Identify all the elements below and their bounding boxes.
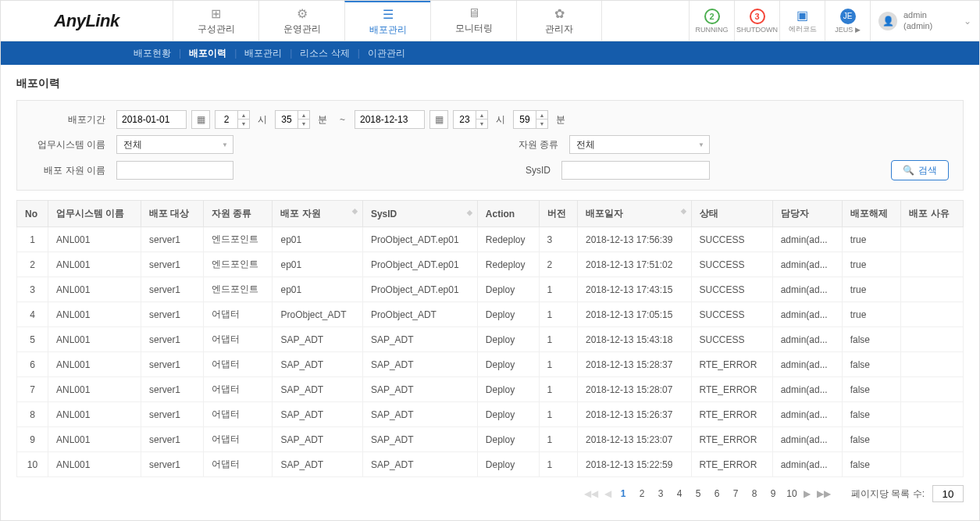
subnav-이관관리[interactable]: 이관관리 xyxy=(360,47,413,60)
cell-status: SUCCESS xyxy=(691,252,772,277)
page-1[interactable]: 1 xyxy=(616,488,630,499)
user-menu[interactable]: 👤 admin (admin) ⌄ xyxy=(870,1,979,41)
jeus-icon: JE xyxy=(840,9,856,24)
col-배포 자원[interactable]: 배포 자원◆ xyxy=(273,201,362,227)
cell-ver: 1 xyxy=(539,402,577,427)
spin-down-icon[interactable]: ▼ xyxy=(238,120,249,128)
user-avatar-icon: 👤 xyxy=(878,12,897,30)
cell-release: false xyxy=(842,377,901,402)
nav-label: 관리자 xyxy=(545,23,573,36)
cell-user: admin(ad... xyxy=(772,452,842,477)
cell-date: 2018-12-13 17:43:15 xyxy=(578,277,692,302)
cell-biz: ANL001 xyxy=(48,352,141,377)
spin-down-icon[interactable]: ▼ xyxy=(536,120,547,128)
spin-up-icon[interactable]: ▲ xyxy=(536,111,547,120)
page-4[interactable]: 4 xyxy=(672,488,686,499)
cell-no: 8 xyxy=(17,402,48,427)
cell-date: 2018-12-13 15:28:07 xyxy=(578,377,692,402)
cell-reason xyxy=(901,302,964,327)
per-page-input[interactable] xyxy=(932,485,964,502)
cell-sysid: SAP_ADT xyxy=(362,377,477,402)
topnav-관리자[interactable]: ✿관리자 xyxy=(516,1,602,41)
table-row[interactable]: 5ANL001server1어댑터SAP_ADTSAP_ADTDeploy120… xyxy=(17,327,964,352)
cell-sysid: SAP_ADT xyxy=(362,427,477,452)
cell-sysid: SAP_ADT xyxy=(362,452,477,477)
status-running[interactable]: 2 RUNNING xyxy=(689,1,734,41)
search-button[interactable]: 🔍 검색 xyxy=(891,160,949,180)
res-type-select[interactable]: 전체 xyxy=(569,135,710,154)
pager-last-icon[interactable]: ▶▶ xyxy=(815,488,832,499)
res-name-input[interactable] xyxy=(116,161,233,180)
from-calendar-icon[interactable]: ▦ xyxy=(191,110,210,129)
pager-next-icon[interactable]: ▶ xyxy=(802,488,812,499)
page-3[interactable]: 3 xyxy=(654,488,668,499)
pager-first-icon[interactable]: ◀◀ xyxy=(583,488,600,499)
to-calendar-icon[interactable]: ▦ xyxy=(429,110,448,129)
status-jeus[interactable]: JE JEUS ▶ xyxy=(825,1,870,41)
cell-user: admin(ad... xyxy=(772,252,842,277)
topnav-운영관리[interactable]: ⚙운영관리 xyxy=(258,1,344,41)
nav-label: 구성관리 xyxy=(198,23,235,36)
cell-status: RTE_ERROR xyxy=(691,377,772,402)
table-row[interactable]: 4ANL001server1어댑터ProObject_ADTProObject_… xyxy=(17,302,964,327)
subnav-배포관리[interactable]: 배포관리 xyxy=(237,47,290,60)
spin-down-icon[interactable]: ▼ xyxy=(298,120,309,128)
subnav: 배포현황|배포이력|배포관리|리소스 삭제|이관관리 xyxy=(1,41,979,65)
table-row[interactable]: 8ANL001server1어댑터SAP_ADTSAP_ADTDeploy120… xyxy=(17,402,964,427)
table-row[interactable]: 10ANL001server1어댑터SAP_ADTSAP_ADTDeploy12… xyxy=(17,452,964,477)
cell-release: false xyxy=(842,352,901,377)
from-min-input[interactable] xyxy=(275,110,298,129)
to-date-input[interactable] xyxy=(355,110,425,129)
spin-up-icon[interactable]: ▲ xyxy=(238,111,249,120)
cell-res: ProObject_ADT xyxy=(273,302,362,327)
cell-status: RTE_ERROR xyxy=(691,402,772,427)
cell-ver: 1 xyxy=(539,302,577,327)
topnav-배포관리[interactable]: ☰배포관리 xyxy=(344,1,430,41)
cell-action: Deploy xyxy=(477,277,539,302)
topnav-구성관리[interactable]: ⊞구성관리 xyxy=(173,1,258,41)
col-담당자: 담당자 xyxy=(772,201,842,227)
page-7[interactable]: 7 xyxy=(729,488,743,499)
col-배포일자[interactable]: 배포일자◆ xyxy=(578,201,692,227)
nav-label: 배포관리 xyxy=(369,23,407,37)
page-5[interactable]: 5 xyxy=(691,488,705,499)
biz-select[interactable]: 전체 xyxy=(116,135,233,154)
to-hour-input[interactable] xyxy=(453,110,476,129)
page-6[interactable]: 6 xyxy=(710,488,724,499)
status-errorcode[interactable]: ▣ 에러코드 xyxy=(779,1,825,41)
page-8[interactable]: 8 xyxy=(747,488,761,499)
status-shutdown[interactable]: 3 SHUTDOWN xyxy=(734,1,779,41)
from-hour-input[interactable] xyxy=(215,110,238,129)
subnav-배포이력[interactable]: 배포이력 xyxy=(181,47,234,60)
spin-down-icon[interactable]: ▼ xyxy=(476,120,487,128)
table-row[interactable]: 2ANL001server1엔드포인트ep01ProObject_ADT.ep0… xyxy=(17,252,964,277)
sysid-input[interactable] xyxy=(561,161,710,180)
cell-target: server1 xyxy=(141,452,203,477)
spin-up-icon[interactable]: ▲ xyxy=(476,111,487,120)
table-row[interactable]: 3ANL001server1엔드포인트ep01ProObject_ADT.ep0… xyxy=(17,277,964,302)
table-row[interactable]: 9ANL001server1어댑터SAP_ADTSAP_ADTDeploy120… xyxy=(17,427,964,452)
table-row[interactable]: 1ANL001server1엔드포인트ep01ProObject_ADT.ep0… xyxy=(17,227,964,252)
table-row[interactable]: 6ANL001server1어댑터SAP_ADTSAP_ADTDeploy120… xyxy=(17,352,964,377)
cell-ver: 1 xyxy=(539,352,577,377)
col-SysID[interactable]: SysID◆ xyxy=(362,201,477,227)
subnav-배포현황[interactable]: 배포현황 xyxy=(126,47,179,60)
pager-prev-icon[interactable]: ◀ xyxy=(603,488,613,499)
cell-no: 4 xyxy=(17,302,48,327)
subnav-리소스 삭제[interactable]: 리소스 삭제 xyxy=(292,47,357,60)
page-9[interactable]: 9 xyxy=(766,488,780,499)
cell-no: 2 xyxy=(17,252,48,277)
cell-ver: 1 xyxy=(539,377,577,402)
spin-up-icon[interactable]: ▲ xyxy=(298,111,309,120)
page-2[interactable]: 2 xyxy=(635,488,649,499)
table-row[interactable]: 7ANL001server1어댑터SAP_ADTSAP_ADTDeploy120… xyxy=(17,377,964,402)
page-10[interactable]: 10 xyxy=(785,488,799,499)
cell-biz: ANL001 xyxy=(48,377,141,402)
from-date-input[interactable] xyxy=(116,110,187,129)
col-배포 대상: 배포 대상 xyxy=(141,201,203,227)
topnav-모니터링[interactable]: 🖥모니터링 xyxy=(430,1,516,41)
cell-status: RTE_ERROR xyxy=(691,452,772,477)
to-min-input[interactable] xyxy=(513,110,536,129)
cell-type: 엔드포인트 xyxy=(203,277,273,302)
cell-target: server1 xyxy=(141,227,203,252)
